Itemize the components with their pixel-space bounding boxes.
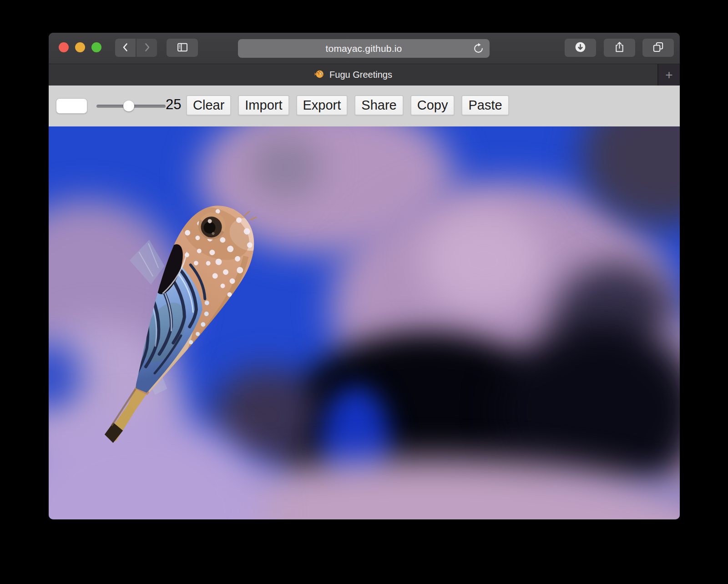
paste-button[interactable]: Paste [461, 95, 509, 116]
browser-titlebar: tomayac.github.io [49, 33, 680, 64]
clear-button[interactable]: Clear [186, 95, 231, 116]
chevron-right-icon [142, 42, 152, 54]
chevron-left-icon [120, 42, 131, 54]
tab-fugu-greetings[interactable]: Fugu Greetings [49, 64, 658, 86]
traffic-lights [59, 42, 101, 52]
pufferfish-favicon [314, 69, 325, 81]
copy-button[interactable]: Copy [410, 95, 455, 116]
minimize-window-button[interactable] [75, 42, 85, 52]
share-icon [613, 41, 626, 55]
sidebar-icon [176, 41, 189, 55]
close-window-button[interactable] [59, 42, 69, 52]
tab-title: Fugu Greetings [329, 70, 392, 80]
downloads-button[interactable] [565, 39, 596, 57]
pen-size-slider[interactable] [96, 98, 166, 114]
tab-overview-button[interactable] [642, 39, 674, 57]
export-button[interactable]: Export [296, 95, 348, 116]
share-button-titlebar[interactable] [604, 39, 635, 57]
share-button[interactable]: Share [354, 95, 403, 116]
address-bar-url: tomayac.github.io [326, 43, 402, 54]
tab-bar: Fugu Greetings + [49, 64, 680, 86]
import-button[interactable]: Import [238, 95, 289, 116]
reload-icon[interactable] [473, 43, 484, 54]
back-button[interactable] [115, 39, 136, 57]
tabs-icon [652, 41, 664, 55]
pen-size-value: 25 [166, 96, 181, 113]
pufferfish [49, 126, 680, 519]
toolbar-buttons: Clear Import Export Share Copy Paste [186, 95, 509, 116]
zoom-window-button[interactable] [91, 42, 101, 52]
download-icon [574, 41, 586, 55]
sidebar-toggle-button[interactable] [167, 39, 198, 57]
greeting-card-canvas[interactable] [49, 126, 680, 519]
app-toolbar: 25 Clear Import Export Share Copy Paste [49, 86, 680, 126]
slider-thumb[interactable] [123, 101, 134, 111]
new-tab-button[interactable]: + [658, 64, 680, 86]
address-bar[interactable]: tomayac.github.io [238, 39, 490, 58]
safari-window: tomayac.github.io [49, 33, 680, 519]
forward-button[interactable] [136, 39, 157, 57]
color-picker-swatch[interactable] [56, 98, 87, 114]
